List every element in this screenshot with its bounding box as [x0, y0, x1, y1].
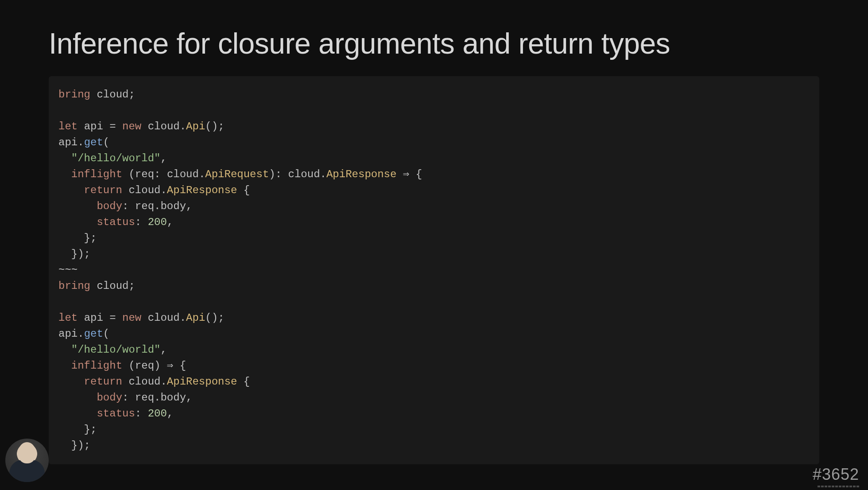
- tok-string-route: "/hello/world": [71, 152, 161, 164]
- tok-apiresponse: ApiResponse: [326, 168, 396, 180]
- tok-new: new: [122, 121, 141, 132]
- tok-ident-cloud: cloud: [97, 89, 128, 101]
- tok-apirequest: ApiRequest: [205, 168, 269, 180]
- tok-bring: bring: [58, 89, 90, 101]
- code-separator: ~~~: [58, 264, 78, 276]
- tok-func-get: get: [84, 136, 103, 148]
- slide-progress-indicator: [818, 486, 859, 487]
- slide-title: Inference for closure arguments and retu…: [49, 27, 819, 60]
- tok-inflight: inflight: [71, 168, 122, 180]
- tok-type-api: Api: [186, 121, 205, 132]
- tok-prop-status: status: [97, 216, 135, 228]
- tok-number-200: 200: [148, 216, 167, 228]
- tok-prop-body: body: [97, 200, 122, 212]
- tok-let: let: [58, 121, 78, 132]
- presenter-avatar: [5, 439, 49, 482]
- code-block: bring cloud; let api = new cloud.Api(); …: [49, 76, 819, 464]
- tok-return: return: [84, 184, 122, 196]
- issue-reference: #3652: [813, 465, 859, 484]
